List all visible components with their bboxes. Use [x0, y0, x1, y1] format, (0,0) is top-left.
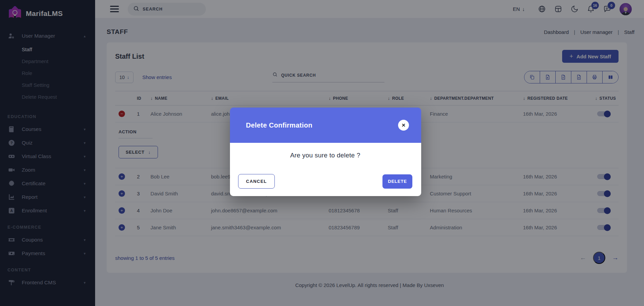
delete-button[interactable]: DELETE [382, 174, 412, 189]
modal-message: Are you sure to delete ? [238, 152, 412, 159]
app-window: MarifaLMS User Manager ▴ Staff Departmen… [0, 0, 644, 306]
delete-confirmation-modal: Delete Confirmation ✕ Are you sure to de… [230, 108, 421, 196]
modal-title: Delete Confirmation [246, 121, 312, 129]
cancel-button[interactable]: CANCEL [238, 174, 275, 189]
modal-body: Are you sure to delete ? CANCEL DELETE [230, 143, 421, 196]
modal-actions: CANCEL DELETE [238, 174, 412, 189]
close-icon[interactable]: ✕ [398, 120, 409, 131]
modal-header: Delete Confirmation ✕ [230, 108, 421, 143]
